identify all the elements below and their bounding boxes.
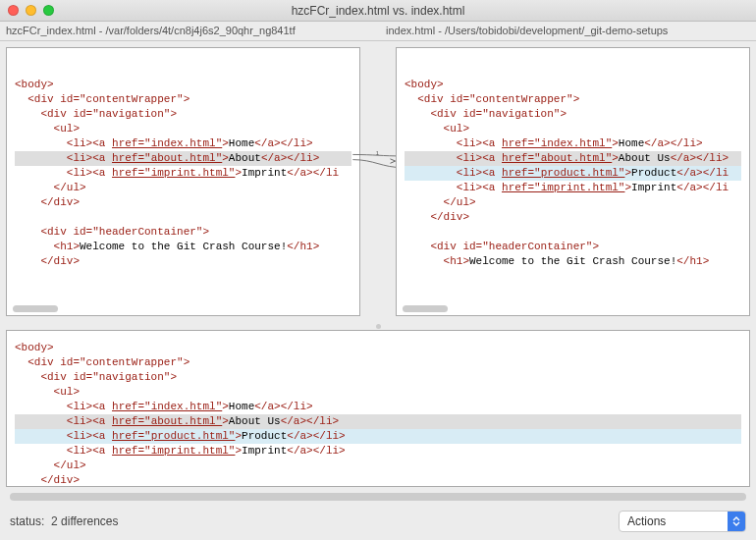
actions-label: Actions	[627, 514, 666, 528]
status-bar: status: 2 differences Actions	[0, 505, 756, 540]
status-text: status: 2 differences	[10, 514, 119, 528]
connector-label: 1	[376, 150, 379, 156]
maximize-icon[interactable]	[43, 5, 54, 16]
traffic-lights	[8, 5, 54, 16]
minimize-icon[interactable]	[26, 5, 36, 16]
file-paths: hzcFCr_index.html - /var/folders/4t/cn8j…	[0, 22, 756, 41]
titlebar: hzcFCr_index.html vs. index.html	[0, 0, 756, 22]
left-code-content: <body> <div id="contentWrapper"> <div id…	[7, 48, 359, 277]
horizontal-scrollbar[interactable]	[403, 305, 448, 312]
horizontal-scrollbar[interactable]	[13, 305, 58, 312]
diff-gutter: 1	[363, 41, 393, 322]
horizontal-splitter[interactable]	[0, 322, 756, 330]
left-code-pane[interactable]: <body> <div id="contentWrapper"> <div id…	[6, 47, 360, 316]
arrow-right-icon	[390, 159, 395, 163]
grip-icon	[376, 324, 381, 329]
merged-code-pane[interactable]: <body> <div id="contentWrapper"> <div id…	[6, 330, 750, 487]
top-split-view: <body> <div id="contentWrapper"> <div id…	[0, 41, 756, 322]
actions-select[interactable]: Actions	[619, 511, 746, 532]
horizontal-scrollbar[interactable]	[10, 493, 746, 501]
close-icon[interactable]	[8, 5, 19, 16]
right-file-path: index.html - /Users/tobidobi/development…	[376, 22, 756, 40]
merged-code-content: <body> <div id="contentWrapper"> <div id…	[7, 331, 749, 487]
left-file-path: hzcFCr_index.html - /var/folders/4t/cn8j…	[0, 22, 376, 40]
window-title: hzcFCr_index.html vs. index.html	[0, 4, 756, 18]
chevron-updown-icon	[728, 512, 745, 531]
right-code-pane[interactable]: <body> <div id="contentWrapper"> <div id…	[396, 47, 750, 316]
right-code-content: <body> <div id="contentWrapper"> <div id…	[397, 48, 749, 277]
